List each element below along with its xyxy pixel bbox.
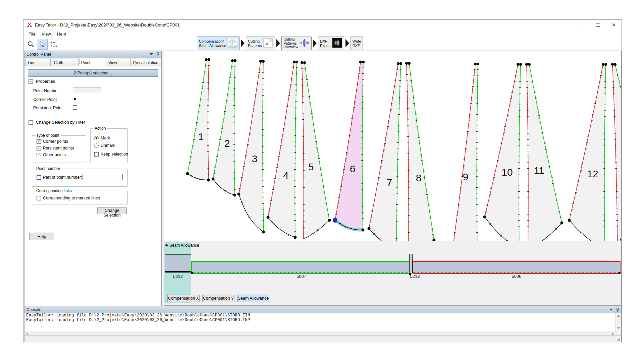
corner-point[interactable]	[362, 229, 365, 232]
corner-point[interactable]	[208, 58, 210, 61]
scroll-right-icon[interactable]	[612, 333, 614, 335]
corner-point[interactable]	[212, 178, 215, 181]
console-header[interactable]: Console	[24, 306, 621, 313]
corner-point[interactable]	[237, 193, 240, 196]
seam-bar-5007[interactable]	[191, 261, 412, 274]
corner-point[interactable]	[328, 219, 331, 222]
properties-section-header[interactable]: Properties	[29, 79, 55, 84]
filter-section-header[interactable]: Change Selection by Filter	[29, 120, 85, 125]
control-panel-header[interactable]: Control Panel	[24, 51, 161, 58]
panel-shape[interactable]	[268, 62, 297, 237]
persistent-point-checkbox[interactable]	[73, 105, 77, 110]
seam-bar-5006[interactable]	[413, 261, 621, 274]
corner-point[interactable]	[362, 61, 365, 63]
scroll-up-icon[interactable]	[617, 315, 620, 317]
panel-shape[interactable]	[569, 64, 606, 241]
corner-point[interactable]	[519, 63, 522, 66]
seam-tab-compensation-x[interactable]: Compensation X	[167, 295, 200, 302]
corner-point[interactable]	[296, 61, 298, 63]
menu-file[interactable]: File	[25, 31, 39, 38]
corresponding-to-marked-lines-checkbox[interactable]	[37, 196, 41, 200]
select-tool-button[interactable]	[37, 39, 48, 50]
point-number-input[interactable]	[73, 87, 101, 93]
corner-point[interactable]	[525, 63, 528, 66]
corner-point[interactable]	[293, 61, 296, 63]
workflow-button-dxf-export[interactable]: DXF Export	[318, 37, 344, 50]
help-button[interactable]: Help	[29, 233, 54, 240]
seam-bar-5213[interactable]	[409, 254, 413, 273]
corner-point[interactable]	[359, 61, 362, 63]
panel-shape[interactable]	[527, 64, 562, 241]
pattern-panel-6[interactable]: 6	[333, 61, 365, 232]
pattern-panel-3[interactable]: 3	[237, 60, 265, 234]
collapse-icon[interactable]	[29, 120, 33, 125]
corner-point[interactable]	[604, 63, 607, 66]
menu-view[interactable]: View	[39, 31, 54, 38]
pattern-panel-5[interactable]: 5	[301, 61, 331, 239]
pin-icon[interactable]	[616, 308, 619, 312]
corner-point[interactable]	[517, 63, 519, 66]
scroll-down-icon[interactable]	[617, 327, 620, 329]
pattern-panel-1[interactable]: 1	[186, 58, 211, 182]
corner-point[interactable]	[262, 231, 265, 234]
pattern-drawing[interactable]: 123456789101112	[164, 51, 621, 241]
pattern-panel-2[interactable]: 2	[212, 59, 237, 197]
panel-shape[interactable]	[485, 64, 521, 241]
panel-shape[interactable]	[369, 64, 401, 241]
seam-tab-compensation-y[interactable]: Compensation Y	[202, 295, 234, 302]
corner-point[interactable]	[259, 60, 262, 63]
tab-line-selection[interactable]: Line Selection	[25, 59, 51, 66]
corner-point[interactable]	[368, 227, 371, 230]
console-vertical-scrollbar[interactable]	[615, 313, 621, 331]
panel-shape[interactable]	[335, 62, 363, 230]
corner-point[interactable]	[234, 59, 236, 62]
corner-point[interactable]	[262, 60, 265, 63]
resize-grip[interactable]	[617, 338, 620, 341]
pattern-panel-4[interactable]: 4	[267, 61, 299, 239]
corner-point[interactable]	[602, 63, 604, 66]
maximize-button[interactable]	[593, 20, 602, 29]
corner-points-checkbox[interactable]	[37, 139, 41, 144]
pattern-panel-10[interactable]: 10	[483, 63, 522, 241]
corner-point[interactable]	[207, 179, 210, 182]
unmark-radio[interactable]	[94, 143, 99, 148]
corner-point[interactable]	[397, 62, 399, 65]
corner-point-checkbox[interactable]	[73, 97, 77, 101]
tab-point-selection[interactable]: Point Selection	[78, 58, 105, 66]
seam-bar-5212[interactable]	[165, 254, 191, 273]
pattern-panel-7[interactable]: 7	[368, 62, 402, 241]
point-number-filter-input[interactable]	[83, 174, 123, 180]
corner-point[interactable]	[614, 63, 616, 66]
minimize-button[interactable]: –	[577, 20, 586, 29]
zoom-tool-button[interactable]	[25, 39, 36, 50]
pattern-panel-partial[interactable]	[611, 63, 621, 241]
keep-selection-checkbox[interactable]	[94, 152, 99, 157]
chevron-down-icon[interactable]	[150, 53, 153, 55]
corner-point[interactable]	[303, 61, 306, 64]
corner-point[interactable]	[560, 222, 564, 225]
corner-point[interactable]	[233, 194, 236, 197]
pattern-canvas[interactable]: 123456789101112	[164, 51, 621, 241]
selected-point[interactable]	[333, 218, 337, 223]
corner-point[interactable]	[399, 62, 402, 65]
workflow-button-cutting-patterns-overview[interactable]: Cutting Patterns Overview	[281, 37, 312, 50]
change-selection-button[interactable]: Change Selection	[97, 207, 127, 214]
collapse-icon[interactable]	[29, 79, 33, 84]
tab-cloth-selection[interactable]: Cloth Selection	[51, 59, 78, 66]
menu-help[interactable]: Help	[54, 31, 69, 38]
panel-shape[interactable]	[187, 60, 209, 180]
marquee-tool-button[interactable]	[48, 39, 59, 50]
pattern-panel-9[interactable]: 9	[452, 63, 479, 241]
corner-point[interactable]	[267, 216, 270, 219]
corner-point[interactable]	[528, 63, 531, 66]
mark-radio[interactable]	[94, 136, 99, 140]
persistent-points-checkbox[interactable]	[37, 146, 41, 150]
other-points-checkbox[interactable]	[37, 153, 41, 157]
corner-point[interactable]	[483, 216, 486, 219]
corner-point[interactable]	[294, 236, 297, 239]
tab-view-options[interactable]: View Options	[106, 59, 130, 66]
chevron-down-icon[interactable]	[609, 309, 613, 311]
pattern-panel-8[interactable]: 8	[405, 62, 436, 241]
pattern-panel-11[interactable]: 11	[525, 63, 564, 241]
corner-point[interactable]	[408, 62, 411, 65]
